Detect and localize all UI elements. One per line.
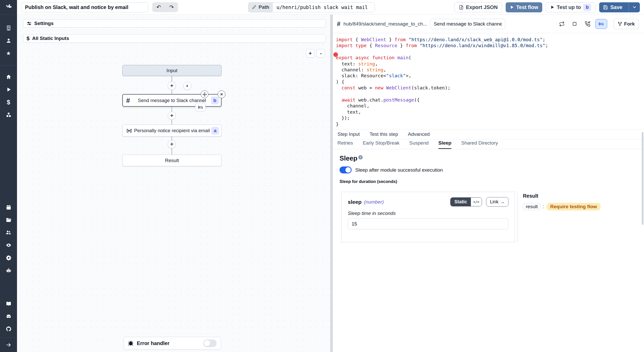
step-tabs: Step Input Test this step Advanced	[333, 129, 644, 139]
slack-hash-icon: #	[337, 21, 340, 27]
flow-title-input[interactable]	[21, 2, 148, 12]
code-mode-button[interactable]: </>	[471, 198, 482, 206]
static-mode-button[interactable]: Static	[451, 198, 471, 206]
step-id-badge: a	[211, 127, 219, 135]
user-icon[interactable]	[0, 34, 17, 47]
schedules-calendar-icon[interactable]	[0, 201, 17, 214]
code-editor[interactable]: import { WebClient } from "https://deno.…	[333, 33, 644, 129]
sleep-seconds-input[interactable]	[348, 219, 509, 229]
error-handler-toggle[interactable]	[203, 339, 217, 347]
save-button-group: Save	[599, 2, 640, 12]
folders-icon[interactable]	[0, 214, 17, 226]
subtab-suspend[interactable]: Suspend	[409, 140, 429, 149]
suspend-phone-icon[interactable]	[582, 19, 593, 29]
sleep-bed-icon[interactable]	[195, 103, 206, 111]
code-line	[336, 49, 642, 55]
flow-settings-bar[interactable]: Settings	[23, 19, 326, 28]
move-node-button[interactable]	[201, 90, 208, 98]
tab-test-this-step[interactable]: Test this step	[370, 131, 398, 137]
test-up-to-step-badge: b	[583, 4, 591, 11]
docs-book-icon[interactable]	[0, 297, 17, 310]
step-summary-input[interactable]	[430, 19, 505, 29]
trigger-bolt-icon[interactable]	[183, 82, 191, 90]
field-name: sleep	[348, 199, 362, 205]
favorites-star-icon[interactable]: ★	[0, 47, 17, 60]
fork-button[interactable]: Fork	[613, 19, 639, 29]
save-button[interactable]: Save	[599, 2, 626, 12]
undo-button[interactable]: ↶	[152, 2, 165, 12]
retries-repeat-icon[interactable]	[557, 19, 567, 29]
save-dropdown-button[interactable]	[629, 2, 640, 12]
windmill-logo-icon[interactable]	[0, 0, 17, 15]
subtab-early-stop[interactable]: Early Stop/Break	[363, 140, 400, 149]
code-line: const web = new WebClient(slack.token);	[336, 85, 642, 91]
scrollbar-thumb[interactable]	[642, 132, 643, 225]
link-button[interactable]: Link →	[486, 197, 509, 207]
static-code-segmented-control: Static </>	[450, 197, 482, 206]
redo-button[interactable]: ↷	[165, 2, 178, 12]
sleep-toggle-label: Sleep after module successful execution	[355, 167, 443, 173]
code-line: channel,	[336, 103, 642, 109]
sliders-icon	[27, 21, 32, 26]
flow-node-email[interactable]: Personally notice recipient via email a	[122, 124, 222, 137]
code-line: }	[336, 121, 642, 127]
code-line: slack: Resource<"slack">,	[336, 73, 642, 79]
home-icon[interactable]	[0, 71, 17, 83]
flow-node-input[interactable]: Input	[122, 65, 222, 76]
path-input[interactable]	[273, 3, 375, 12]
sleep-field-card: sleep (number) Static </> Link →	[341, 192, 515, 242]
variables-dollar-icon[interactable]: $	[0, 96, 17, 108]
dollar-icon: $	[27, 35, 30, 41]
field-description: Sleep time in seconds	[348, 211, 509, 216]
undo-redo-group: ↶ ↷	[152, 2, 178, 12]
expand-sidebar-arrow-icon[interactable]	[0, 338, 17, 352]
resources-boxes-icon[interactable]	[0, 108, 17, 121]
github-icon[interactable]	[0, 323, 17, 335]
insert-step-button[interactable]: +	[168, 140, 176, 148]
subtab-sleep[interactable]: Sleep	[438, 140, 452, 149]
sleep-enabled-toggle[interactable]	[340, 166, 352, 173]
chevron-down-icon	[632, 5, 637, 10]
workers-robot-icon[interactable]	[0, 264, 17, 277]
sleep-bed-icon-active[interactable]	[595, 19, 607, 29]
test-flow-button[interactable]: Test flow	[506, 2, 542, 12]
graph-zoom-out-button[interactable]: -	[317, 49, 325, 57]
tab-advanced[interactable]: Advanced	[408, 131, 430, 137]
arrow-right-icon: →	[500, 199, 505, 205]
topbar: ↶ ↷ Path Export JSON Test flow	[17, 0, 644, 15]
sidebar-divider	[0, 65, 17, 65]
audit-eye-icon[interactable]	[0, 239, 17, 252]
code-line: text: string,	[336, 61, 642, 67]
insert-step-button[interactable]: +	[168, 82, 176, 90]
result-colon: :	[543, 204, 544, 209]
groups-users-gear-icon[interactable]	[0, 226, 17, 239]
result-title: Result	[523, 193, 600, 199]
flow-node-result[interactable]: Result	[122, 155, 222, 166]
all-static-inputs-bar[interactable]: $ All Static Inputs	[23, 34, 326, 43]
export-json-button[interactable]: Export JSON	[454, 2, 502, 12]
settings-gear-icon[interactable]	[0, 252, 17, 264]
workspace-building-icon[interactable]	[0, 22, 17, 34]
code-line: await web.chat.postMessage({	[336, 97, 642, 103]
subtab-shared-directory[interactable]: Shared Directory	[461, 140, 498, 149]
sleep-tab-content: Sleep i Sleep after module successful ex…	[333, 149, 644, 352]
step-id-badge: b	[211, 97, 219, 104]
info-icon[interactable]: i	[358, 155, 363, 160]
subtab-retries[interactable]: Retries	[337, 140, 353, 149]
early-stop-square-icon[interactable]	[570, 19, 580, 29]
play-icon	[510, 5, 514, 9]
runs-play-icon[interactable]	[0, 83, 17, 96]
delete-node-button[interactable]: ✕	[218, 90, 225, 98]
test-up-to-button[interactable]: Test up to b	[546, 2, 596, 12]
result-panel: Result result : Require testing flow	[523, 193, 600, 211]
hub-script-path: hub/849/slack/send_message_to_ch...	[343, 21, 427, 27]
error-handler-bar[interactable]: Error handler	[124, 337, 221, 350]
result-divider	[518, 192, 518, 242]
code-line: import type { Resource } from "https://d…	[336, 43, 642, 48]
discord-icon[interactable]	[0, 310, 17, 323]
assistant-status-ball[interactable]	[333, 52, 338, 57]
tab-step-input[interactable]: Step Input	[337, 131, 360, 137]
insert-step-button[interactable]: +	[168, 112, 176, 120]
panel-splitter[interactable]	[330, 15, 333, 352]
graph-zoom-in-button[interactable]: +	[306, 49, 315, 57]
